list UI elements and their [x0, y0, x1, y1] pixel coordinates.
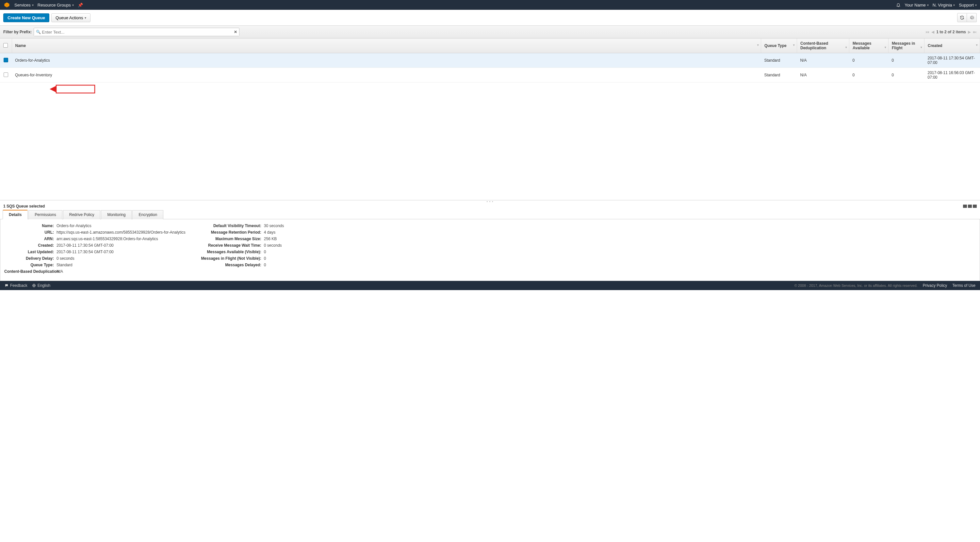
- tab-details[interactable]: Details: [3, 210, 28, 219]
- services-label: Services: [14, 3, 31, 8]
- detail-key-name: Name:: [4, 223, 57, 228]
- row-checkbox[interactable]: [3, 58, 8, 62]
- cell-type: Standard: [761, 68, 797, 82]
- page-prev-icon[interactable]: ◀: [931, 30, 934, 34]
- language-link[interactable]: English: [32, 283, 50, 288]
- support-menu[interactable]: Support▾: [959, 3, 977, 8]
- detail-key-visibility: Default Visibility Timeout:: [199, 223, 264, 228]
- cell-name: Orders-for-Analytics: [12, 53, 761, 68]
- language-label: English: [38, 283, 50, 288]
- detail-key-inflight: Messages in Flight (Not Visible):: [199, 256, 264, 261]
- panel-layout-controls: [963, 204, 977, 208]
- cell-available: 0: [850, 53, 889, 68]
- cell-name: Queues-for-Inventory: [12, 68, 761, 82]
- caret-down-icon: ▾: [32, 3, 33, 7]
- cell-type: Standard: [761, 53, 797, 68]
- page-indicator: 1 to 2 of 2 items: [936, 30, 966, 34]
- resource-groups-label: Resource Groups: [38, 3, 71, 8]
- tab-permissions[interactable]: Permissions: [29, 210, 62, 219]
- detail-key-type: Queue Type:: [4, 263, 57, 267]
- filter-bar: Filter by Prefix: 🔍 ✕ ⏮ ◀ 1 to 2 of 2 it…: [0, 26, 980, 38]
- column-messages-available[interactable]: Messages Available▾: [850, 38, 889, 53]
- column-queue-type[interactable]: Queue Type▾: [761, 38, 797, 53]
- detail-val-created: 2017-08-11 17:30:54 GMT-07:00: [57, 243, 114, 248]
- caret-down-icon: ▾: [927, 3, 929, 7]
- page-next-icon[interactable]: ▶: [968, 30, 971, 34]
- layout-minimize-icon[interactable]: [963, 204, 967, 208]
- detail-key-retention: Message Retention Period:: [199, 230, 264, 235]
- sort-icon: ▾: [885, 46, 886, 49]
- caret-down-icon: ▾: [953, 3, 955, 7]
- page-first-icon[interactable]: ⏮: [926, 30, 929, 34]
- privacy-link[interactable]: Privacy Policy: [923, 283, 947, 288]
- column-created[interactable]: Created▾: [924, 38, 980, 53]
- create-queue-button[interactable]: Create New Queue: [3, 13, 49, 22]
- settings-button[interactable]: [967, 13, 977, 22]
- detail-val-url: https://sqs.us-east-1.amazonaws.com/5855…: [57, 230, 186, 235]
- detail-val-name: Orders-for-Analytics: [57, 223, 91, 228]
- panel-splitter[interactable]: ▪ ▪ ▪: [0, 200, 980, 202]
- cell-created: 2017-08-11 16:56:03 GMT-07:00: [924, 68, 980, 82]
- layout-split-icon[interactable]: [968, 204, 972, 208]
- detail-val-dedup: N/A: [57, 269, 63, 274]
- pin-icon[interactable]: 📌: [78, 3, 83, 8]
- queues-table: Name▾ Queue Type▾ Content-Based Deduplic…: [0, 38, 980, 82]
- queue-actions-label: Queue Actions: [56, 15, 83, 20]
- sort-icon: ▾: [793, 43, 795, 47]
- sort-icon: ▾: [845, 46, 847, 49]
- detail-key-url: URL:: [4, 230, 57, 235]
- footer: Feedback English © 2008 - 2017, Amazon W…: [0, 281, 980, 290]
- layout-maximize-icon[interactable]: [973, 204, 977, 208]
- notifications-icon[interactable]: [896, 3, 900, 7]
- top-nav: Services▾ Resource Groups▾ 📌 Your Name▾ …: [0, 0, 980, 10]
- select-all-checkbox[interactable]: [3, 43, 8, 48]
- cell-inflight: 0: [889, 68, 924, 82]
- column-name[interactable]: Name▾: [12, 38, 761, 53]
- refresh-button[interactable]: [957, 13, 967, 22]
- table-row[interactable]: Orders-for-Analytics Standard N/A 0 0 20…: [0, 53, 980, 68]
- detail-val-updated: 2017-08-11 17:30:54 GMT-07:00: [57, 250, 114, 254]
- resource-groups-menu[interactable]: Resource Groups▾: [38, 3, 74, 8]
- aws-logo-icon[interactable]: [3, 1, 10, 8]
- column-dedup[interactable]: Content-Based Deduplication▾: [797, 38, 850, 53]
- tab-redrive-policy[interactable]: Redrive Policy: [63, 210, 100, 219]
- detail-val-inflight: 0: [264, 256, 266, 261]
- caret-down-icon: ▾: [72, 3, 74, 7]
- terms-link[interactable]: Terms of Use: [952, 283, 975, 288]
- filter-searchbox: 🔍 ✕: [33, 28, 239, 36]
- sort-icon: ▾: [757, 43, 759, 47]
- detail-val-available: 0: [264, 250, 266, 254]
- user-menu[interactable]: Your Name▾: [905, 3, 929, 8]
- cell-inflight: 0: [889, 53, 924, 68]
- detail-val-visibility: 30 seconds: [264, 223, 284, 228]
- cell-dedup: N/A: [797, 53, 850, 68]
- detail-key-arn: ARN:: [4, 236, 57, 241]
- clear-filter-icon[interactable]: ✕: [234, 30, 237, 34]
- region-menu[interactable]: N. Virginia▾: [932, 3, 955, 8]
- queue-actions-button[interactable]: Queue Actions▾: [51, 13, 91, 22]
- copyright-text: © 2008 - 2017, Amazon Web Services, Inc.…: [794, 284, 918, 287]
- row-checkbox[interactable]: [3, 73, 8, 77]
- cell-available: 0: [850, 68, 889, 82]
- detail-val-wait: 0 seconds: [264, 243, 282, 248]
- feedback-link[interactable]: Feedback: [5, 283, 27, 288]
- feedback-label: Feedback: [10, 283, 27, 288]
- detail-val-delayed: 0: [264, 263, 266, 267]
- tab-monitoring[interactable]: Monitoring: [101, 210, 132, 219]
- page-last-icon[interactable]: ⏭: [973, 30, 977, 34]
- filter-input[interactable]: [34, 29, 239, 36]
- detail-key-available: Messages Available (Visible):: [199, 250, 264, 254]
- details-tabs: Details Permissions Redrive Policy Monit…: [0, 210, 980, 219]
- user-label: Your Name: [905, 3, 926, 8]
- region-label: N. Virginia: [932, 3, 952, 8]
- column-checkbox: [0, 38, 12, 53]
- tab-encryption[interactable]: Encryption: [132, 210, 163, 219]
- selection-count: 1 SQS Queue selected: [3, 204, 45, 209]
- support-label: Support: [959, 3, 974, 8]
- cell-created: 2017-08-11 17:30:54 GMT-07:00: [924, 53, 980, 68]
- column-messages-in-flight[interactable]: Messages in Flight▾: [889, 38, 924, 53]
- filter-label: Filter by Prefix:: [3, 30, 32, 34]
- table-row[interactable]: Queues-for-Inventory Standard N/A 0 0 20…: [0, 68, 980, 82]
- services-menu[interactable]: Services▾: [14, 3, 33, 8]
- detail-val-retention: 4 days: [264, 230, 275, 235]
